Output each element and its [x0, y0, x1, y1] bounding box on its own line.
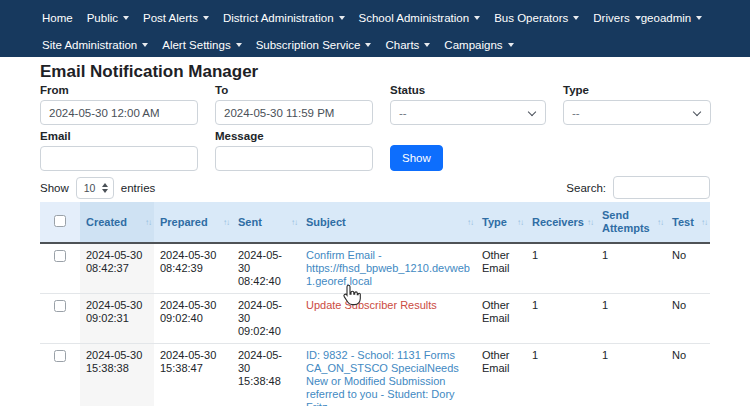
sent-cell: 2024-05-30 15:38:48	[232, 344, 300, 406]
page-size-value: 10	[84, 182, 96, 194]
nav-item-public[interactable]: Public	[87, 12, 129, 24]
caret-down-icon	[573, 16, 579, 20]
test-cell: No	[666, 243, 710, 294]
email-label: Email	[40, 130, 198, 143]
prepared-cell: 2024-05-30 08:42:39	[154, 243, 232, 294]
row-checkbox[interactable]	[54, 350, 66, 362]
top-navbar: Home Public Post Alerts District Adminis…	[0, 0, 750, 57]
nav-item-alert-settings[interactable]: Alert Settings	[162, 39, 241, 51]
status-select[interactable]: --	[390, 100, 546, 125]
sort-icon[interactable]: ↑↓	[291, 216, 297, 229]
from-field-group: From	[40, 84, 198, 125]
status-selected-value: --	[399, 107, 407, 119]
receivers-cell: 1	[526, 294, 596, 344]
prepared-cell: 2024-05-30 09:02:40	[154, 294, 232, 344]
type-cell: Other Email	[476, 243, 526, 294]
type-field-group: Type --	[563, 84, 711, 125]
subject-link[interactable]: Confirm Email - https://fhsd_bpweb_1210.…	[306, 249, 470, 287]
status-label: Status	[390, 84, 546, 97]
caret-down-icon	[123, 16, 129, 20]
sort-icon[interactable]: ↑↓	[701, 216, 707, 229]
user-menu-geoadmin[interactable]: geoadmin	[641, 12, 703, 24]
subject-link[interactable]: ID: 9832 - School: 1131 Forms CA_ON_STSC…	[306, 349, 459, 406]
type-select[interactable]: --	[563, 100, 711, 125]
search-input[interactable]	[613, 176, 710, 199]
row-checkbox[interactable]	[54, 250, 66, 262]
nav-item-home[interactable]: Home	[42, 12, 73, 24]
type-cell: Other Email	[476, 294, 526, 344]
caret-down-icon	[203, 16, 209, 20]
nav-item-bus-operators[interactable]: Bus Operators	[494, 12, 579, 24]
created-cell: 2024-05-30 08:42:37	[80, 243, 154, 294]
type-cell: Other Email	[476, 344, 526, 406]
filter-form: From To Status -- Type -- Email Message …	[40, 84, 710, 171]
column-header-receivers[interactable]: Receivers↑↓	[526, 202, 596, 243]
message-field-group: Message	[215, 130, 373, 171]
select-all-checkbox[interactable]	[54, 215, 66, 227]
column-header-prepared[interactable]: Prepared↑↓	[154, 202, 232, 243]
table-row: 2024-05-30 09:02:31 2024-05-30 09:02:40 …	[40, 294, 710, 344]
table-controls: Show 10 entries Search:	[40, 176, 710, 199]
sort-icon[interactable]: ↑↓	[517, 216, 523, 229]
status-field-group: Status --	[390, 84, 546, 125]
email-field-group: Email	[40, 130, 198, 171]
caret-down-icon	[508, 43, 514, 47]
sort-icon[interactable]: ↑↓	[467, 216, 473, 229]
to-label: To	[215, 84, 373, 97]
to-input[interactable]	[215, 100, 373, 125]
search-label: Search:	[566, 182, 606, 194]
prepared-cell: 2024-05-30 15:38:47	[154, 344, 232, 406]
column-header-send-attempts[interactable]: Send Attempts↑↓	[596, 202, 666, 243]
caret-down-icon	[365, 43, 371, 47]
subject-link-hovered[interactable]: Update Subscriber Results	[306, 299, 437, 311]
created-cell: 2024-05-30 15:38:38	[80, 344, 154, 406]
message-label: Message	[215, 130, 373, 143]
caret-down-icon	[236, 43, 242, 47]
entries-label: entries	[121, 182, 156, 194]
nav-item-campaigns[interactable]: Campaigns	[444, 39, 513, 51]
sort-icon[interactable]: ↑↓	[145, 216, 151, 229]
caret-down-icon	[339, 16, 345, 20]
column-header-type[interactable]: Type↑↓	[476, 202, 526, 243]
email-input[interactable]	[40, 146, 198, 171]
chevron-down-icon	[693, 108, 701, 116]
test-cell: No	[666, 344, 710, 406]
spinner-icon	[102, 183, 108, 193]
nav-item-post-alerts[interactable]: Post Alerts	[143, 12, 209, 24]
nav-item-site-administration[interactable]: Site Administration	[42, 39, 148, 51]
created-cell: 2024-05-30 09:02:31	[80, 294, 154, 344]
table-header-row: Created↑↓ Prepared↑↓ Sent↑↓ Subject↑↓ Ty…	[40, 202, 710, 243]
notifications-table: Created↑↓ Prepared↑↓ Sent↑↓ Subject↑↓ Ty…	[40, 202, 710, 406]
message-input[interactable]	[215, 146, 373, 171]
send-attempts-cell: 1	[596, 344, 666, 406]
send-attempts-cell: 1	[596, 243, 666, 294]
nav-item-drivers[interactable]: Drivers	[593, 12, 640, 24]
sort-icon[interactable]: ↑↓	[587, 216, 593, 229]
from-label: From	[40, 84, 198, 97]
nav-item-subscription-service[interactable]: Subscription Service	[256, 39, 372, 51]
caret-down-icon	[474, 16, 480, 20]
caret-down-icon	[424, 43, 430, 47]
column-header-sent[interactable]: Sent↑↓	[232, 202, 300, 243]
table-row: 2024-05-30 08:42:37 2024-05-30 08:42:39 …	[40, 243, 710, 294]
column-header-test[interactable]: Test↑↓	[666, 202, 710, 243]
page-title: Email Notification Manager	[40, 61, 710, 82]
column-header-created[interactable]: Created↑↓	[80, 202, 154, 243]
test-cell: No	[666, 294, 710, 344]
column-header-subject[interactable]: Subject↑↓	[300, 202, 476, 243]
type-selected-value: --	[572, 107, 580, 119]
type-label: Type	[563, 84, 711, 97]
row-checkbox[interactable]	[54, 300, 66, 312]
show-button[interactable]: Show	[390, 145, 443, 171]
from-input[interactable]	[40, 100, 198, 125]
table-row: 2024-05-30 15:38:38 2024-05-30 15:38:47 …	[40, 344, 710, 406]
nav-item-charts[interactable]: Charts	[385, 39, 430, 51]
nav-item-school-administration[interactable]: School Administration	[359, 12, 481, 24]
select-all-header[interactable]	[40, 202, 80, 243]
page-size-select[interactable]: 10	[76, 177, 114, 199]
nav-item-district-administration[interactable]: District Administration	[223, 12, 345, 24]
sort-icon[interactable]: ↑↓	[223, 216, 229, 229]
sort-icon[interactable]: ↑↓	[657, 216, 663, 229]
sent-cell: 2024-05-30 08:42:40	[232, 243, 300, 294]
send-attempts-cell: 1	[596, 294, 666, 344]
